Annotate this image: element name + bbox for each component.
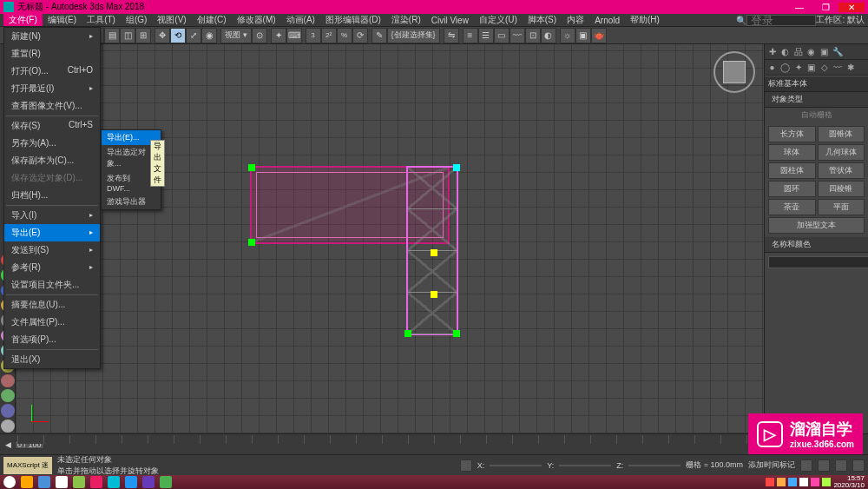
helpers-icon[interactable]: ◇	[819, 62, 830, 73]
select-region-button[interactable]: ◫	[120, 28, 135, 43]
cameras-icon[interactable]: ▣	[806, 62, 817, 73]
use-center-button[interactable]: ⊙	[252, 28, 267, 43]
menu-graph-editors[interactable]: 图形编辑器(D)	[320, 14, 386, 26]
scale-button[interactable]: ⤢	[186, 28, 201, 43]
lock-selection-button[interactable]	[460, 459, 472, 472]
mirror-button[interactable]: ⇋	[444, 28, 459, 43]
close-button[interactable]: ✕	[838, 3, 865, 12]
play-button[interactable]	[800, 459, 812, 472]
tray-icon-2[interactable]	[777, 478, 786, 486]
keyboard-shortcut-button[interactable]: ⌨	[286, 28, 302, 43]
search-input[interactable]	[746, 15, 816, 26]
workspace-label[interactable]: 工作区: 默认	[816, 14, 865, 26]
fm-save-copy[interactable]: 保存副本为(C)...	[4, 152, 100, 169]
textplus-button[interactable]: 加强型文本	[768, 217, 865, 234]
lights-icon[interactable]: ✦	[792, 62, 804, 73]
curve-editor-button[interactable]: 〰	[510, 28, 525, 43]
fm-summary[interactable]: 摘要信息(U)...	[4, 296, 100, 314]
viewport[interactable]	[16, 44, 764, 433]
layers-button[interactable]: ☰	[478, 28, 494, 43]
motion-tab-icon[interactable]: ◉	[806, 46, 817, 57]
utilities-tab-icon[interactable]: 🔧	[832, 46, 843, 57]
sm-game-exporter[interactable]: 游戏导出器	[102, 195, 161, 209]
geosphere-button[interactable]: 几何球体	[818, 144, 865, 161]
schematic-view-button[interactable]: ⊡	[525, 28, 541, 43]
cone-button[interactable]: 圆锥体	[818, 126, 865, 142]
pyramid-button[interactable]: 四棱锥	[818, 181, 865, 197]
minimize-button[interactable]: —	[786, 3, 812, 12]
fm-save-as[interactable]: 另存为(A)...	[4, 135, 100, 152]
fm-project-folder[interactable]: 设置项目文件夹...	[4, 276, 100, 294]
fm-archive[interactable]: 归档(H)...	[4, 187, 100, 204]
percent-snap-button[interactable]: %	[337, 28, 352, 43]
fm-save[interactable]: 保存(S)Ctrl+S	[4, 117, 100, 135]
z-coord-input[interactable]	[628, 465, 681, 466]
cylinder-button[interactable]: 圆柱体	[768, 162, 816, 179]
plane-button[interactable]: 平面	[818, 199, 865, 215]
teapot-button[interactable]: 茶壶	[768, 199, 816, 215]
menu-customize[interactable]: 自定义(U)	[474, 14, 523, 26]
fm-open[interactable]: 打开(O)...Ctrl+O	[4, 63, 100, 80]
maxscript-listener[interactable]: MAXScript 迷	[3, 457, 52, 474]
toggle-ribbon-button[interactable]: ▭	[494, 28, 510, 43]
torus-button[interactable]: 圆环	[768, 181, 816, 197]
named-sel-edit-button[interactable]: ✎	[372, 28, 387, 43]
rotate-button[interactable]: ⟲	[170, 28, 186, 43]
sphere-button[interactable]: 球体	[768, 144, 816, 161]
tray-icon-4[interactable]	[799, 478, 808, 486]
x-coord-input[interactable]	[490, 465, 542, 466]
menu-rendering[interactable]: 渲染(R)	[386, 14, 426, 26]
box-button[interactable]: 长方体	[768, 126, 816, 142]
systems-icon[interactable]: ✱	[845, 62, 856, 73]
taskbar-app-2[interactable]	[38, 476, 50, 488]
menu-group[interactable]: 组(G)	[121, 14, 152, 26]
spacewarps-icon[interactable]: 〰	[832, 62, 843, 73]
tray-icon-6[interactable]	[822, 478, 831, 486]
taskbar-app-8[interactable]	[142, 476, 155, 488]
menu-modifiers[interactable]: 修改器(M)	[232, 14, 281, 26]
tray-icon-5[interactable]	[811, 478, 819, 486]
menu-help[interactable]: 帮助(H)	[625, 14, 665, 26]
taskbar-app-4[interactable]	[73, 476, 85, 488]
modify-tab-icon[interactable]: ◐	[779, 46, 791, 57]
placement-button[interactable]: ◉	[201, 28, 217, 43]
shapes-icon[interactable]: ◯	[779, 62, 791, 73]
fm-reference[interactable]: 参考(R)	[4, 259, 100, 276]
nav-button-1[interactable]	[818, 459, 830, 472]
create-tab-icon[interactable]: ✚	[766, 46, 778, 57]
tool-10[interactable]	[1, 389, 15, 402]
fm-preferences[interactable]: 首选项(P)...	[4, 331, 100, 348]
tool-9[interactable]	[1, 374, 15, 387]
nav-button-2[interactable]	[835, 459, 847, 472]
menu-content[interactable]: 内容	[562, 14, 589, 26]
menu-civil-view[interactable]: Civil View	[426, 16, 474, 25]
taskbar-app-5[interactable]	[90, 476, 102, 488]
move-button[interactable]: ✥	[155, 28, 170, 43]
taskbar-app-3[interactable]	[56, 476, 68, 488]
search-icon[interactable]: 🔍	[736, 16, 746, 25]
tray-icon-3[interactable]	[788, 478, 797, 486]
ref-coord-dropdown[interactable]: 视图 ▾	[220, 28, 252, 43]
start-button[interactable]	[3, 476, 16, 488]
nav-button-3[interactable]	[852, 459, 865, 472]
fm-view-image[interactable]: 查看图像文件(V)...	[4, 97, 100, 115]
hierarchy-tab-icon[interactable]: 品	[792, 46, 804, 57]
category-dropdown[interactable]: 标准基本体	[765, 76, 868, 92]
display-tab-icon[interactable]: ▣	[819, 46, 830, 57]
spinner-snap-button[interactable]: ⟳	[352, 28, 368, 43]
select-manipulate-button[interactable]: ✦	[271, 28, 286, 43]
named-selection-dropdown[interactable]: {创建选择集}	[387, 28, 440, 43]
menu-create[interactable]: 创建(C)	[192, 14, 232, 26]
maximize-button[interactable]: ❐	[812, 3, 838, 12]
angle-snap-button[interactable]: 2²	[321, 28, 337, 43]
menu-view[interactable]: 视图(V)	[152, 14, 191, 26]
menu-edit[interactable]: 编辑(E)	[43, 14, 82, 26]
object-name-input[interactable]	[768, 256, 868, 268]
taskbar-app-7[interactable]	[125, 476, 137, 488]
tray-icon-1[interactable]	[766, 478, 774, 486]
menu-animation[interactable]: 动画(A)	[281, 14, 320, 26]
taskbar-clock[interactable]: 15:57 2020/3/10	[833, 475, 865, 489]
tube-button[interactable]: 管状体	[818, 162, 865, 179]
fm-new[interactable]: 新建(N)	[4, 28, 100, 45]
select-name-button[interactable]: ▤	[104, 28, 120, 43]
